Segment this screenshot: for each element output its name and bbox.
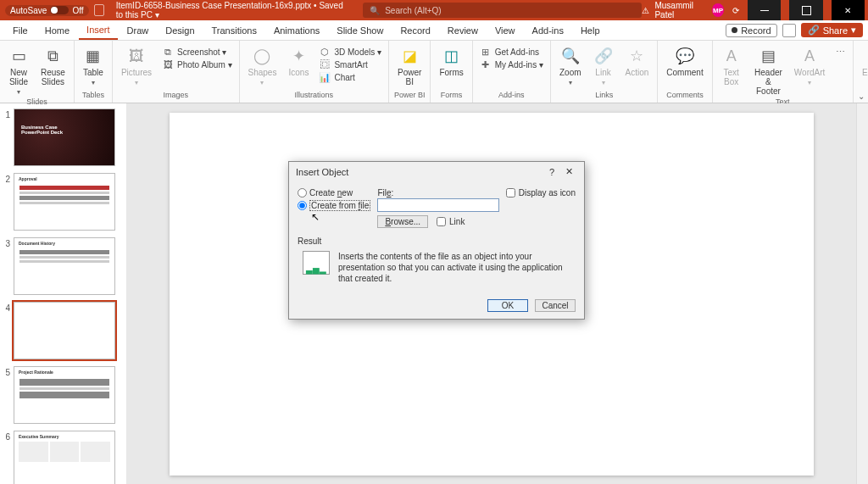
3d-models-button[interactable]: ⬡3D Models ▾ [319, 46, 381, 58]
powerbi-icon: ◪ [399, 46, 420, 66]
cancel-button[interactable]: Cancel [535, 299, 576, 312]
slide-thumb-1[interactable]: Business CasePowerPoint Deck [14, 108, 115, 166]
shapes-button[interactable]: ◯Shapes▾ [243, 44, 282, 88]
create-new-radio[interactable]: Create new [298, 188, 370, 197]
search-box[interactable]: 🔍 Search (Alt+Q) [363, 3, 642, 18]
link-icon: 🔗 [593, 46, 614, 66]
chart-icon: 📊 [319, 71, 331, 83]
tab-slideshow[interactable]: Slide Show [329, 22, 391, 39]
save-icon[interactable] [94, 4, 104, 16]
get-addins-button[interactable]: ⊞Get Add-ins [480, 46, 543, 58]
slide-thumb-6[interactable]: Executive Summary [14, 431, 115, 484]
chart-button[interactable]: 📊Chart [319, 71, 381, 83]
comment-icon: 💬 [675, 46, 695, 66]
tab-file[interactable]: File [5, 22, 36, 39]
new-slide-button[interactable]: ▭NewSlide▾ [3, 44, 34, 97]
autosave-label: AutoSave [10, 6, 47, 15]
screenshot-button[interactable]: ⧉Screenshot ▾ [162, 46, 231, 58]
create-from-file-radio[interactable]: Create from file [298, 200, 370, 211]
ribbon: ▭NewSlide▾ ⧉ReuseSlides Slides ▦Table▾ T… [0, 41, 868, 103]
powerbi-button[interactable]: ◪PowerBI [392, 44, 426, 88]
tab-addins[interactable]: Add-ins [525, 22, 571, 39]
reuse-slides-button[interactable]: ⧉ReuseSlides [36, 44, 70, 88]
collapse-ribbon-icon[interactable]: ⌄ [858, 92, 865, 101]
vertical-scrollbar[interactable] [856, 103, 868, 484]
sync-icon[interactable]: ⟳ [732, 6, 739, 15]
header-footer-button[interactable]: ▤Header& Footer [748, 44, 789, 97]
tab-record[interactable]: Record [392, 22, 437, 39]
slide-thumb-3[interactable]: Document History [14, 237, 115, 295]
slide-thumb-2[interactable]: Approval [14, 173, 115, 231]
result-label: Result [298, 236, 576, 246]
forms-button[interactable]: ◫Forms [434, 44, 468, 79]
zoom-button[interactable]: 🔍Zoom▾ [554, 44, 587, 88]
group-addins-label: Add-ins [498, 91, 525, 101]
ribbon-tabs: File Home Insert Draw Design Transitions… [0, 20, 868, 41]
new-slide-icon: ▭ [8, 46, 29, 66]
tab-help[interactable]: Help [573, 22, 608, 39]
group-comments-label: Comments [666, 91, 704, 101]
file-path-input[interactable] [377, 198, 498, 212]
dialog-help-button[interactable]: ? [543, 167, 560, 177]
tab-design[interactable]: Design [158, 22, 202, 39]
slide-thumbnails-pane[interactable]: 1Business CasePowerPoint Deck 2Approval … [0, 103, 127, 484]
record-button[interactable]: Record [726, 24, 776, 37]
display-as-icon-checkbox[interactable]: Display as icon [506, 188, 576, 197]
browse-button[interactable]: Browse... [377, 215, 428, 228]
dialog-title: Insert Object [296, 167, 348, 177]
share-button[interactable]: 🔗 Share ▾ [801, 23, 863, 37]
text-more[interactable]: ⋯ [834, 46, 846, 58]
group-illustrations-label: Illustrations [295, 91, 334, 101]
pictures-button[interactable]: 🖼Pictures▾ [116, 44, 157, 88]
action-button[interactable]: ☆Action [620, 44, 654, 79]
tab-animations[interactable]: Animations [266, 22, 327, 39]
group-tables-label: Tables [82, 91, 104, 101]
store-icon: ⊞ [480, 46, 492, 58]
slide-thumb-4[interactable] [14, 302, 115, 359]
result-text: Inserts the contents of the file as an o… [338, 251, 570, 284]
slide-thumb-5[interactable]: Project Rationale [14, 366, 115, 424]
header-footer-icon: ▤ [758, 46, 778, 66]
tab-review[interactable]: Review [440, 22, 486, 39]
tab-view[interactable]: View [487, 22, 523, 39]
document-name[interactable]: ItemID-6658-Business Case Presentation-1… [116, 1, 347, 19]
group-powerbi-label: Power BI [394, 91, 426, 101]
smartart-button[interactable]: ⿴SmartArt [319, 58, 381, 70]
comment-button[interactable]: 💬Comment [661, 44, 708, 79]
window-close[interactable] [832, 0, 865, 20]
addin-icon: ✚ [480, 58, 492, 70]
title-bar: AutoSave Off ItemID-6658-Business Case P… [0, 0, 868, 20]
search-icon: 🔍 [370, 6, 380, 15]
tab-home[interactable]: Home [37, 22, 77, 39]
result-icon: ▃▅▂ [303, 251, 330, 275]
zoom-icon: 🔍 [560, 46, 581, 66]
forms-icon: ◫ [442, 46, 462, 66]
my-addins-button[interactable]: ✚My Add-ins ▾ [480, 58, 543, 70]
ok-button[interactable]: OK [487, 299, 528, 312]
icons-button[interactable]: ✦Icons [283, 44, 314, 79]
link-button[interactable]: 🔗Link▾ [588, 44, 619, 88]
window-maximize[interactable] [789, 0, 822, 20]
dialog-close-button[interactable]: ✕ [560, 166, 577, 177]
link-checkbox[interactable]: Link [437, 217, 465, 226]
tab-insert[interactable]: Insert [79, 21, 118, 40]
search-placeholder: Search (Alt+Q) [385, 6, 441, 15]
autosave-state: Off [72, 6, 83, 15]
textbox-button[interactable]: ATextBox [716, 44, 747, 88]
tab-draw[interactable]: Draw [120, 22, 157, 39]
file-label: File: [377, 188, 498, 197]
table-button[interactable]: ▦Table▾ [78, 44, 108, 88]
autosave-toggle[interactable]: AutoSave Off [5, 5, 89, 16]
equation-button[interactable]: πEquation▾ [857, 44, 868, 88]
pictures-icon: 🖼 [126, 46, 147, 66]
screenshot-icon: ⧉ [162, 46, 174, 58]
present-icon[interactable] [782, 24, 796, 37]
wordart-button[interactable]: AWordArt▾ [790, 44, 829, 88]
account-button[interactable]: ⚠ Musammil Patel MP [642, 1, 724, 19]
group-links-label: Links [595, 91, 613, 101]
toggle-icon [50, 6, 69, 14]
window-minimize[interactable] [748, 0, 781, 20]
cube-icon: ⬡ [319, 46, 331, 58]
tab-transitions[interactable]: Transitions [204, 22, 264, 39]
photo-album-button[interactable]: 🖼Photo Album ▾ [162, 58, 231, 70]
